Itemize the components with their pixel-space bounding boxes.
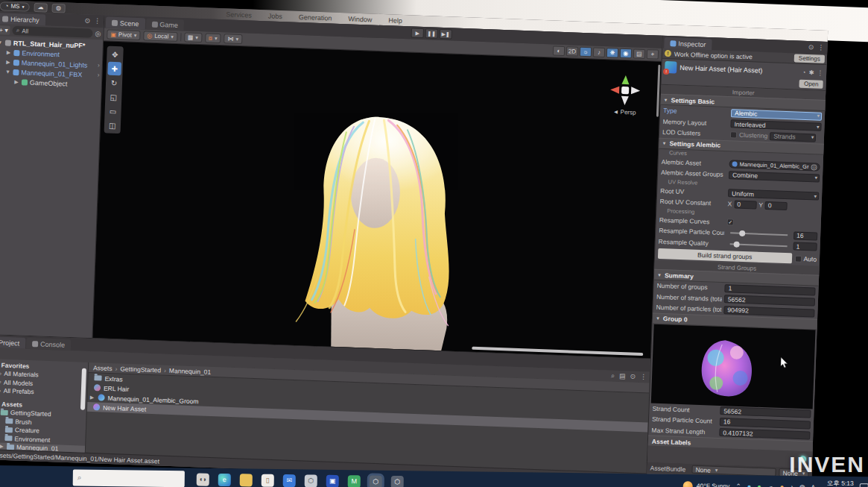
foldout-closed-icon[interactable]: ▶ [13, 78, 19, 84]
scene-viewport[interactable]: ✥ ✚ ↻ ◱ ▭ ◫ [92, 41, 661, 358]
auto-checkbox[interactable] [794, 255, 801, 262]
particle-count-input[interactable]: 16 [793, 231, 817, 240]
taskbar-clock[interactable]: 오후 5:13 2022-12-08 [821, 480, 854, 487]
hierarchy-search-input[interactable]: ⌕ All [13, 26, 93, 38]
onedrive-icon[interactable]: ☁ [767, 483, 774, 487]
tab-game[interactable]: Game [145, 18, 184, 31]
grid-visibility-dropdown[interactable]: ▦ [184, 32, 203, 43]
m-app-icon[interactable]: M [348, 475, 361, 487]
hidden-packages-icon[interactable]: ▤ [619, 372, 626, 380]
ms-overlay-button[interactable]: ◔ MS ▾ [0, 1, 30, 11]
object-picker-icon[interactable]: ⊙ [811, 164, 817, 170]
unity-editor-2-taskbar-icon[interactable]: ⬡ [391, 475, 404, 487]
breadcrumb-assets[interactable]: Assets [93, 364, 113, 372]
effects-dropdown[interactable]: ❋ [606, 48, 618, 58]
snap-increment-dropdown[interactable]: ⋈ [224, 34, 242, 44]
tray-app-icon[interactable]: ● [780, 483, 785, 487]
menu-window[interactable]: Window [348, 15, 372, 23]
context-menu-icon[interactable]: ⋮ [817, 69, 823, 76]
gizmos-dropdown[interactable]: ⌖ [647, 49, 659, 60]
tray-app-icon[interactable]: ● [747, 483, 752, 487]
persp-label[interactable]: ◄ Persp [606, 108, 643, 116]
presets-icon[interactable]: ✱ [808, 69, 814, 76]
settings-button[interactable]: Settings [794, 54, 825, 63]
weather-widget[interactable]: 40°F Sunny [683, 481, 730, 487]
camera-settings-dropdown[interactable]: ▤ [633, 48, 645, 59]
x-input[interactable]: 0 [734, 200, 756, 209]
tab-inspector[interactable]: Inspector [664, 37, 712, 50]
particle-count-slider[interactable] [730, 233, 788, 236]
quality-input[interactable]: 1 [793, 242, 817, 251]
y-input[interactable]: 0 [765, 201, 788, 210]
prefab-open-chevron-icon[interactable]: › [98, 72, 100, 78]
panel-menu-icon[interactable]: ⋮ [817, 43, 824, 51]
tab-project[interactable]: Project [0, 336, 25, 349]
hidden-objects-toggle[interactable]: ◉ [620, 48, 632, 59]
clustering-checkbox[interactable] [730, 131, 737, 138]
foldout-closed-icon[interactable]: ▶ [5, 59, 11, 65]
sticky-notes-icon[interactable] [240, 474, 253, 486]
prefab-open-chevron-icon[interactable]: › [98, 62, 100, 69]
play-button[interactable]: ▶ [411, 28, 423, 38]
edge-browser-icon[interactable]: e [218, 473, 231, 486]
menu-services[interactable]: Services [226, 10, 252, 19]
unity-editor-taskbar-icon[interactable]: ⬡ [370, 475, 382, 487]
clustering-dropdown[interactable]: Strands [770, 132, 816, 142]
project-lock-icon[interactable]: ⊙ [630, 373, 636, 381]
help-icon[interactable]: ◔ [802, 69, 806, 76]
menu-help[interactable]: Help [388, 16, 402, 25]
transform-tool-button[interactable]: ◫ [106, 119, 120, 133]
open-button[interactable]: Open [799, 80, 823, 89]
pivot-dropdown[interactable]: ▣Pivot [107, 30, 140, 41]
project-search-icon[interactable]: ⌕ [611, 372, 615, 380]
snap-dropdown[interactable]: ⧈ [205, 33, 221, 43]
slider-knob[interactable] [733, 241, 739, 247]
view-tool-button[interactable]: ✥ [108, 48, 122, 62]
panel-menu-icon[interactable]: ⋮ [94, 17, 101, 25]
audio-toggle[interactable]: ♪ [593, 47, 605, 57]
lock-icon[interactable]: ⊙ [808, 43, 814, 51]
network-icon[interactable]: ◍ [799, 483, 805, 487]
tab-scene[interactable]: Scene [106, 16, 145, 29]
menu-jobs[interactable]: Jobs [268, 12, 282, 20]
volume-icon[interactable]: ♪ [790, 483, 793, 487]
taskbar-search-box[interactable]: ⌕ [73, 469, 185, 487]
quality-slider[interactable] [730, 243, 788, 247]
search-filter-icon[interactable]: ◎ [95, 30, 101, 37]
shopping-bag-app-icon[interactable]: ▯ [262, 474, 274, 486]
foldout-open-icon[interactable]: ▼ [4, 69, 10, 75]
2d-toggle[interactable]: 2D [566, 46, 578, 57]
breadcrumb-mannequin-01[interactable]: Mannequin_01 [169, 366, 212, 375]
tray-expand-icon[interactable]: ⌃ [735, 483, 741, 487]
ime-indicator[interactable]: A [811, 483, 815, 487]
blue-app-icon[interactable]: ▣ [326, 474, 339, 487]
tray-app-icon[interactable]: ● [757, 483, 761, 487]
move-tool-button[interactable]: ✚ [107, 62, 121, 76]
draw-mode-dropdown[interactable]: ◐ [553, 45, 565, 56]
cloud-button[interactable]: ☁ [34, 2, 47, 12]
github-desktop-icon[interactable]: ◖◗ [197, 473, 209, 486]
scale-tool-button[interactable]: ◱ [107, 90, 121, 104]
handle-rotation-dropdown[interactable]: ◎Local [143, 31, 177, 42]
foldout-closed-icon[interactable]: ▶ [5, 49, 11, 55]
lock-icon[interactable]: ⊙ [84, 16, 90, 24]
foldout-open-icon[interactable]: ▼ [0, 40, 3, 45]
unity-hub-icon[interactable]: ⬡ [305, 474, 317, 487]
overlay-circle-button[interactable]: ◍ [51, 3, 65, 13]
pause-button[interactable]: ❚❚ [425, 28, 437, 39]
menu-generation[interactable]: Generation [299, 13, 332, 22]
orientation-gizmo[interactable]: ◄ Persp [606, 73, 644, 116]
step-button[interactable]: ▶❚ [439, 29, 452, 40]
mail-app-icon[interactable]: ✉ [283, 474, 296, 487]
rect-tool-button[interactable]: ▭ [106, 104, 120, 119]
scene-lighting-toggle[interactable]: ☼ [580, 47, 592, 57]
breadcrumb-gettingstarted[interactable]: GettingStarted [120, 365, 161, 374]
expand-icon[interactable]: ▶ [89, 394, 95, 400]
tab-hierarchy[interactable]: Hierarchy [0, 13, 45, 25]
add-gameobject-button[interactable]: + ▾ [0, 25, 10, 35]
group-0-preview[interactable] [651, 324, 816, 409]
project-menu-icon[interactable]: ⋮ [640, 373, 647, 381]
rotate-tool-button[interactable]: ↻ [107, 76, 121, 90]
action-center-icon[interactable] [860, 483, 868, 487]
slider-knob[interactable] [739, 230, 745, 236]
